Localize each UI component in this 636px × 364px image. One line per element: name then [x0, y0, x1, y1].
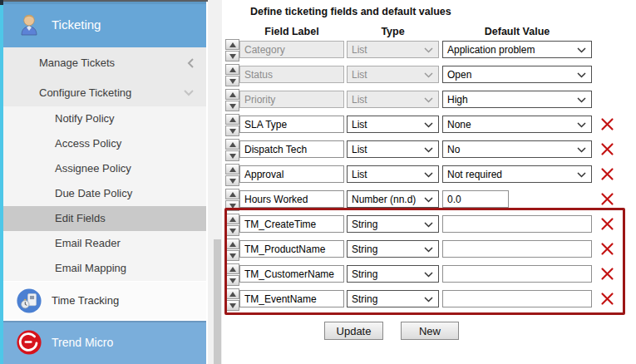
sidebar-item-assignee-policy[interactable]: Assignee Policy: [3, 156, 206, 181]
move-up-button[interactable]: [225, 189, 239, 199]
move-up-button[interactable]: [225, 164, 239, 175]
field-row: ListNo: [222, 140, 636, 163]
move-down-button[interactable]: [225, 175, 239, 186]
triangle-up-icon: [229, 217, 236, 222]
move-down-button[interactable]: [225, 51, 239, 61]
sidebar-accent-cap: [0, 0, 3, 5]
default-value-select[interactable]: Application problem: [442, 41, 592, 58]
sidebar-item-edit-fields[interactable]: Edit Fields: [3, 206, 206, 231]
type-select[interactable]: List: [347, 41, 439, 58]
default-value-input[interactable]: [442, 215, 592, 233]
move-up-button[interactable]: [225, 89, 239, 100]
default-value-select[interactable]: None: [442, 116, 592, 133]
move-down-button[interactable]: [225, 101, 239, 111]
move-up-button[interactable]: [225, 214, 239, 224]
field-row: ListNone: [222, 116, 636, 138]
chevron-down-icon: [577, 97, 586, 103]
type-select[interactable]: String: [347, 215, 439, 233]
type-select[interactable]: Number (nn.d): [347, 190, 439, 208]
delete-row-icon[interactable]: [598, 291, 616, 307]
sidebar-scrollbar-track[interactable]: [208, 0, 222, 364]
move-up-button[interactable]: [225, 288, 239, 299]
sidebar-item-email-mapping[interactable]: Email Mapping: [3, 256, 206, 281]
triangle-down-icon: [229, 253, 236, 258]
move-up-button[interactable]: [225, 263, 239, 274]
field-label-input[interactable]: [239, 290, 344, 307]
delete-row-icon[interactable]: [598, 241, 616, 257]
delete-row-icon[interactable]: [598, 141, 616, 157]
chevron-down-icon: [577, 72, 586, 78]
move-down-button[interactable]: [225, 76, 239, 86]
field-label-input[interactable]: [239, 41, 344, 58]
sidebar-item-access-policy[interactable]: Access Policy: [3, 131, 206, 156]
type-select[interactable]: List: [347, 66, 439, 83]
delete-row-icon[interactable]: [598, 266, 616, 282]
type-select[interactable]: List: [347, 116, 439, 133]
chevron-down-icon: [424, 172, 433, 178]
new-button[interactable]: New: [401, 322, 459, 340]
field-row: ListOpen: [222, 66, 636, 88]
move-down-button[interactable]: [225, 275, 239, 286]
field-row: ListApplication problem: [222, 41, 636, 63]
sidebar-item-trend-micro[interactable]: Trend Micro: [3, 321, 206, 364]
triangle-up-icon: [229, 292, 236, 297]
field-label-input[interactable]: [239, 265, 344, 283]
move-up-button[interactable]: [225, 64, 239, 75]
delete-row-icon[interactable]: [598, 116, 616, 132]
sidebar-item-time-tracking[interactable]: Time Tracking: [3, 282, 206, 319]
type-select[interactable]: List: [347, 165, 439, 183]
move-down-button[interactable]: [225, 225, 239, 236]
row-order-spinner: [225, 239, 239, 261]
field-label-input[interactable]: [239, 91, 344, 108]
chevron-down-icon: [424, 97, 433, 103]
sidebar-header-ticketing[interactable]: Ticketing: [3, 2, 206, 47]
default-value-select[interactable]: Not required: [442, 165, 592, 183]
default-value-select[interactable]: High: [442, 91, 592, 108]
move-up-button[interactable]: [225, 239, 239, 249]
row-order-spinner: [225, 64, 239, 86]
move-down-button[interactable]: [225, 125, 239, 136]
type-select-value: List: [352, 69, 367, 81]
field-label-input[interactable]: [239, 66, 344, 83]
move-up-button[interactable]: [225, 139, 239, 150]
default-value-input[interactable]: [442, 290, 592, 307]
chevron-down-icon: [424, 197, 433, 203]
scrollbar-thumb[interactable]: [214, 239, 221, 364]
sidebar-header-label: Ticketing: [52, 17, 101, 32]
move-down-button[interactable]: [225, 300, 239, 311]
field-label-input[interactable]: [239, 190, 344, 208]
field-label-input[interactable]: [239, 165, 344, 183]
type-select[interactable]: String: [347, 265, 439, 283]
move-down-button[interactable]: [225, 200, 239, 211]
sidebar-item-due-date-policy[interactable]: Due Date Policy: [3, 181, 206, 206]
sidebar-item-notify-policy[interactable]: Notify Policy: [3, 106, 206, 131]
type-select[interactable]: String: [347, 240, 439, 258]
delete-row-icon[interactable]: [598, 191, 616, 207]
move-up-button[interactable]: [225, 114, 239, 125]
sidebar-item-manage-tickets[interactable]: Manage Tickets: [3, 47, 206, 78]
default-value-input[interactable]: [442, 190, 509, 208]
sidebar-item-configure-ticketing[interactable]: Configure Ticketing: [3, 78, 206, 106]
type-select-value: List: [352, 119, 367, 130]
default-value-input[interactable]: [442, 240, 592, 258]
default-value-input[interactable]: [442, 265, 592, 283]
field-label-input[interactable]: [239, 140, 344, 158]
type-select[interactable]: List: [347, 140, 439, 158]
trend-micro-logo-icon: [16, 329, 42, 356]
default-value-select[interactable]: Open: [442, 66, 592, 83]
delete-row-icon[interactable]: [598, 216, 616, 232]
field-row: String: [222, 240, 636, 263]
field-label-input[interactable]: [239, 215, 344, 233]
field-label-input[interactable]: [239, 116, 344, 133]
update-button[interactable]: Update: [324, 322, 383, 340]
default-value-select[interactable]: No: [442, 140, 592, 158]
move-down-button[interactable]: [225, 250, 239, 261]
type-select[interactable]: List: [347, 91, 439, 108]
field-label-input[interactable]: [239, 240, 344, 258]
default-value-text: Open: [447, 69, 471, 81]
type-select[interactable]: String: [347, 290, 439, 307]
move-up-button[interactable]: [225, 39, 239, 50]
move-down-button[interactable]: [225, 150, 239, 161]
delete-row-icon[interactable]: [598, 166, 616, 182]
sidebar-item-email-reader[interactable]: Email Reader: [3, 231, 206, 256]
